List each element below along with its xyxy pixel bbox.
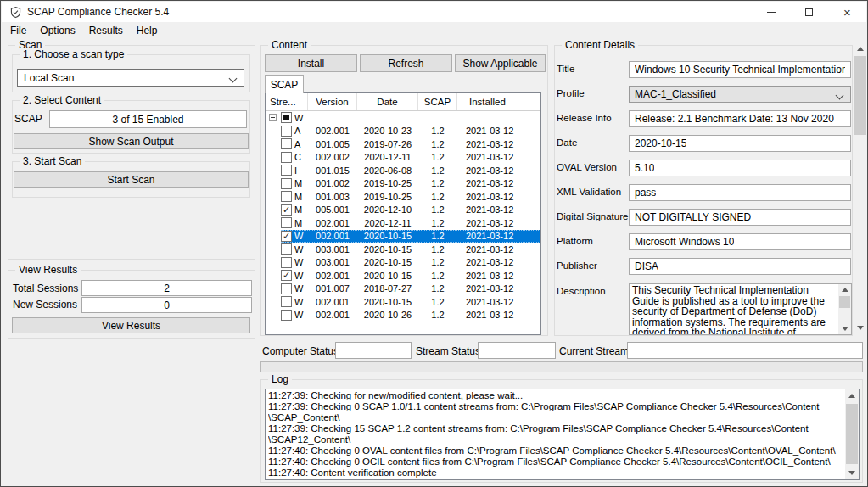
stream-name-cell: A (294, 139, 308, 149)
show-applicable-button[interactable]: Show Applicable (455, 54, 546, 72)
stream-name-cell: M (294, 218, 308, 228)
menu-options[interactable]: Options (33, 23, 81, 38)
install-button[interactable]: Install (265, 54, 357, 72)
version-cell: 001.005 (308, 139, 357, 149)
scan-type-combobox[interactable]: Local Scan (17, 69, 244, 87)
detail-field-oval-version[interactable]: 5.10 (629, 160, 851, 176)
current-stream-label: Current Stream (559, 345, 629, 357)
content-stream-row[interactable]: W002.0012020-10-261.22021-03-12 (266, 309, 540, 322)
content-stream-row[interactable]: A001.0052019-07-261.22021-03-12 (266, 137, 540, 151)
show-scan-output-label: Show Scan Output (88, 136, 173, 148)
detail-field-date[interactable]: 2020-10-15 (629, 135, 851, 152)
parent-stream-name: W (294, 113, 308, 123)
detail-label-title: Title (557, 64, 574, 74)
stream-checkbox[interactable] (281, 244, 292, 255)
column-header-installed[interactable]: Installed (457, 93, 540, 110)
details-scrollbar-thumb[interactable] (854, 56, 866, 135)
date-cell: 2020-10-26 (357, 310, 418, 320)
stream-checkbox[interactable] (281, 165, 292, 176)
new-sessions-value: 0 (164, 299, 170, 311)
log-line: \SCAP_Content\ (268, 412, 843, 423)
show-scan-output-button[interactable]: Show Scan Output (14, 133, 249, 149)
description-scrollbar[interactable] (838, 284, 851, 334)
content-stream-row[interactable]: W002.0012020-10-151.22021-03-12 (266, 269, 540, 283)
detail-field-publisher[interactable]: DISA (629, 258, 851, 275)
date-cell: 2019-10-25 (357, 192, 418, 202)
stream-checkbox[interactable] (281, 126, 292, 137)
content-stream-row[interactable]: W003.0012020-10-151.22021-03-12 (266, 243, 540, 256)
scap-version-cell: 1.2 (418, 139, 457, 149)
detail-field-xml-validation[interactable]: pass (629, 184, 851, 201)
date-cell: 2020-06-08 (357, 165, 418, 176)
stream-name-cell: C (294, 152, 308, 162)
menu-results[interactable]: Results (82, 23, 130, 38)
refresh-button[interactable]: Refresh (360, 54, 452, 72)
installed-cell: 2021-03-12 (457, 152, 540, 162)
stream-checkbox[interactable] (281, 296, 292, 307)
stream-checkbox[interactable] (281, 152, 292, 163)
tab-scap[interactable]: SCAP (265, 75, 304, 93)
detail-field-release-info[interactable]: Release: 2.1 Benchmark Date: 13 Nov 2020 (629, 110, 851, 127)
stream-checkbox[interactable] (281, 270, 292, 281)
description-box[interactable]: This Security Technical Implementation G… (629, 283, 852, 335)
date-cell: 2019-07-26 (357, 139, 418, 149)
close-button[interactable]: × (828, 2, 866, 22)
column-header-date[interactable]: Date (357, 93, 418, 110)
detail-field-title[interactable]: Windows 10 Security Technical Implementa… (629, 61, 851, 78)
log-line: 11:27:40: Checking 0 OCIL content files … (268, 456, 843, 467)
stream-name-cell: W (294, 297, 308, 307)
maximize-button[interactable] (790, 2, 828, 22)
content-stream-row[interactable]: M002.0012020-12-111.22021-03-12 (266, 216, 540, 230)
parent-checkbox[interactable] (281, 112, 292, 123)
version-cell: 002.001 (308, 310, 357, 320)
scroll-up-icon[interactable] (854, 42, 867, 55)
scroll-down-icon[interactable] (845, 467, 859, 479)
stream-checkbox[interactable] (281, 138, 292, 149)
stream-checkbox[interactable] (281, 217, 292, 228)
content-stream-row[interactable]: W003.0012020-10-151.22021-03-12 (266, 256, 540, 270)
scroll-up-icon[interactable] (838, 284, 851, 295)
detail-field-digital-signature[interactable]: NOT DIGITALLY SIGNED (629, 209, 851, 226)
content-stream-row[interactable]: A002.0012020-10-231.22021-03-12 (266, 125, 540, 138)
stream-checkbox[interactable] (281, 191, 292, 202)
stream-checkbox[interactable] (281, 257, 292, 268)
scroll-down-icon[interactable] (838, 323, 851, 334)
stream-checkbox[interactable] (281, 310, 292, 321)
scroll-down-icon[interactable] (854, 321, 867, 334)
stream-status-field (478, 342, 556, 359)
content-stream-row[interactable]: W001.0072018-07-271.22021-03-12 (266, 283, 540, 296)
stream-checkbox[interactable] (281, 204, 292, 216)
description-scrollbar-thumb[interactable] (839, 296, 850, 308)
content-stream-row[interactable]: M001.0032019-10-251.22021-03-12 (266, 190, 540, 204)
menu-help[interactable]: Help (130, 23, 165, 38)
content-stream-row[interactable]: M005.0012020-12-101.22021-03-12 (266, 204, 540, 217)
detail-field-profile[interactable]: MAC-1_Classified (629, 86, 851, 103)
start-scan-button[interactable]: Start Scan (14, 171, 249, 188)
content-stream-row[interactable]: I001.0152020-06-081.22021-03-12 (266, 164, 540, 177)
stream-checkbox[interactable] (281, 178, 292, 189)
column-header-stream[interactable]: Stre... (266, 93, 308, 110)
detail-value: pass (635, 187, 656, 199)
stream-checkbox[interactable] (281, 283, 292, 294)
menu-bar: FileOptionsResultsHelp (2, 22, 866, 39)
install-label: Install (298, 58, 324, 70)
scroll-up-icon[interactable] (845, 389, 859, 402)
log-textarea[interactable]: 11:27:39: Checking for new/modified cont… (265, 389, 860, 480)
chevron-down-icon (229, 75, 238, 83)
content-row-parent[interactable]: W (266, 111, 540, 125)
menu-file[interactable]: File (3, 23, 33, 38)
content-stream-row[interactable]: W002.0012020-10-151.22021-03-12 (266, 295, 540, 309)
log-scrollbar-thumb[interactable] (846, 404, 858, 464)
content-stream-row[interactable]: W002.0012020-10-151.22021-03-12 (266, 230, 540, 244)
column-header-scap[interactable]: SCAP (418, 93, 457, 110)
view-results-button[interactable]: View Results (12, 317, 250, 333)
column-header-version[interactable]: Version (308, 93, 357, 110)
collapse-icon[interactable] (269, 114, 277, 121)
stream-checkbox[interactable] (281, 231, 292, 242)
content-stream-row[interactable]: C002.0022020-12-111.22021-03-12 (266, 151, 540, 165)
detail-field-platform[interactable]: Microsoft Windows 10 (629, 233, 851, 250)
content-stream-row[interactable]: M001.0022019-10-251.22021-03-12 (266, 177, 540, 191)
log-scrollbar[interactable] (845, 389, 859, 479)
minimize-button[interactable] (752, 2, 790, 22)
details-panel-scrollbar[interactable] (854, 42, 867, 334)
